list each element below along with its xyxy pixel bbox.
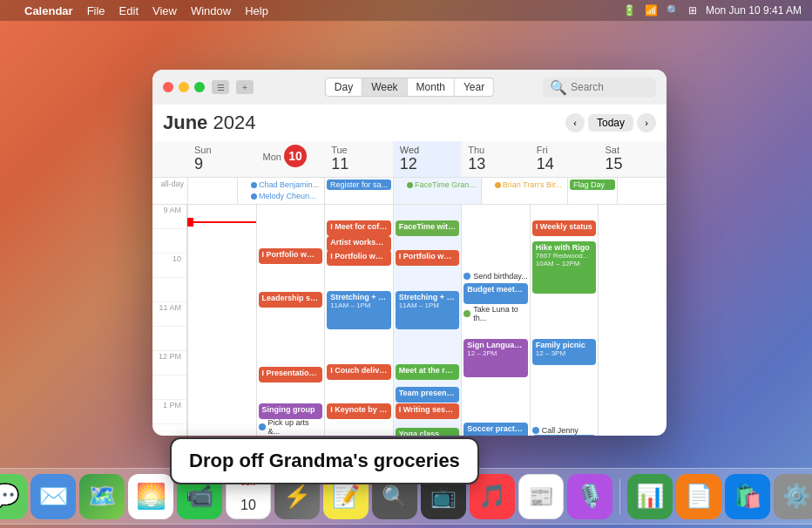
allday-event-flagday[interactable]: Flag Day bbox=[570, 179, 615, 190]
day-header-sat: Sat 15 bbox=[598, 141, 667, 177]
dock-numbers[interactable]: 📊 bbox=[627, 474, 673, 519]
event-signlanguage[interactable]: Sign Language Club 12 – 2PM bbox=[464, 339, 528, 377]
menu-view[interactable]: View bbox=[152, 4, 177, 17]
event-couch[interactable]: I Couch delivery bbox=[327, 364, 391, 380]
event-singing[interactable]: Singing group bbox=[259, 403, 323, 419]
dock-pages[interactable]: 📄 bbox=[676, 474, 721, 519]
dock-mail[interactable]: ✉️ bbox=[30, 474, 76, 519]
dock-messages[interactable]: 💬 bbox=[0, 474, 27, 519]
allday-label: all-day bbox=[152, 178, 187, 204]
grid-col-wed: FaceTime with... I Portfolio work... Str… bbox=[393, 205, 462, 436]
time-1230 bbox=[152, 376, 186, 400]
allday-event-chad[interactable]: Chad Benjamin... bbox=[240, 179, 322, 190]
grid-col-thu: Send birthday... Budget meeting Take Lun… bbox=[461, 205, 530, 436]
event-familypicnic[interactable]: Family picnic 12 – 3PM bbox=[532, 339, 597, 365]
view-week[interactable]: Week bbox=[362, 78, 407, 97]
menubar: Calendar File Edit View Window Help 🔋 📶 … bbox=[0, 0, 812, 21]
allday-event-brian[interactable]: Brian Tran's Bir... bbox=[484, 179, 565, 190]
time-column: 9 AM 10 11 AM 12 PM 1 PM 2 PM 3 PM 4 PM … bbox=[152, 205, 187, 436]
event-portfolio2[interactable]: I Portfolio work... bbox=[327, 250, 391, 266]
prev-arrow[interactable]: ‹ bbox=[565, 113, 585, 132]
event-calljenny[interactable]: Call Jenny bbox=[532, 423, 597, 436]
event-budget[interactable]: Budget meeting bbox=[464, 283, 528, 304]
allday-cell-mon: Chad Benjamin... Melody Cheun... bbox=[237, 178, 324, 204]
dock-maps[interactable]: 🗺️ bbox=[79, 474, 125, 519]
event-guitar[interactable]: Guitar lessons... bbox=[532, 435, 597, 436]
event-facetimewith[interactable]: FaceTime with... bbox=[396, 220, 460, 236]
day-name-wed: Wed bbox=[400, 145, 419, 155]
event-stretching2[interactable]: Stretching + weights 11AM – 1PM bbox=[396, 291, 460, 329]
month-title: June 2024 bbox=[163, 112, 255, 134]
search-menubar-icon[interactable]: 🔍 bbox=[667, 4, 680, 17]
minimize-button[interactable] bbox=[179, 82, 189, 92]
menu-file[interactable]: File bbox=[87, 4, 105, 17]
allday-event-register[interactable]: Register for sa... bbox=[327, 179, 391, 190]
dock-appstore[interactable]: 🛍️ bbox=[725, 474, 770, 519]
event-writing[interactable]: I Writing sessio... bbox=[396, 403, 460, 419]
calendar-grid: 9:41 I Portfolio work... Leadership skil… bbox=[187, 205, 667, 436]
event-leadership[interactable]: Leadership skil... bbox=[259, 292, 323, 308]
sidebar-toggle[interactable]: ☰ bbox=[212, 80, 229, 94]
calendar-header: June 2024 ‹ Today › bbox=[152, 105, 667, 141]
day-name-thu: Thu bbox=[468, 145, 484, 155]
view-year[interactable]: Year bbox=[455, 78, 494, 97]
event-hike[interactable]: Hike with Rigo 7867 Redwood... 10AM – 12… bbox=[532, 241, 597, 294]
day-num-wed: 12 bbox=[400, 155, 458, 173]
dock-news[interactable]: 📰 bbox=[518, 474, 564, 519]
allday-cell-fri: Flag Day bbox=[567, 178, 617, 204]
day-num-mon: 10 bbox=[284, 145, 307, 167]
days-header: Sun 9 Mon 10 Tue 11 Wed 12 Thu 13 Fri 14… bbox=[152, 141, 667, 178]
window-titlebar: ☰ + Day Week Month Year 🔍 bbox=[152, 70, 667, 105]
dock-separator bbox=[619, 479, 620, 514]
event-keynote[interactable]: I Keynote by Ja... bbox=[327, 403, 391, 419]
event-presentation[interactable]: I Presentation p... bbox=[259, 367, 323, 382]
event-sendbirthday[interactable]: Send birthday... bbox=[464, 268, 528, 284]
allday-cell-sat bbox=[617, 178, 667, 204]
time-11am: 11 AM bbox=[152, 302, 186, 327]
app-name[interactable]: Calendar bbox=[24, 4, 73, 17]
maximize-button[interactable] bbox=[194, 82, 205, 92]
close-button[interactable] bbox=[163, 82, 173, 92]
search-input[interactable] bbox=[571, 81, 649, 93]
day-header-sun: Sun 9 bbox=[187, 141, 256, 177]
add-event-button[interactable]: + bbox=[236, 80, 254, 94]
event-pickuparts[interactable]: Pick up arts &... bbox=[259, 419, 323, 435]
event-stretching[interactable]: Stretching + weights 11AM – 1PM bbox=[327, 291, 391, 329]
control-center-icon[interactable]: ⊞ bbox=[688, 4, 697, 17]
dock-systemsettings[interactable]: ⚙️ bbox=[774, 474, 812, 519]
event-tooltip: Drop off Grandma's groceries bbox=[170, 437, 479, 484]
event-portfolio-sun[interactable]: I Portfolio work... bbox=[259, 248, 323, 264]
event-takeluna[interactable]: Take Luna to th... bbox=[464, 306, 528, 322]
time-1030 bbox=[152, 278, 186, 302]
dock-photos[interactable]: 🌅 bbox=[128, 474, 173, 519]
event-meetcoffee[interactable]: I Meet for coffee bbox=[327, 220, 391, 236]
day-header-tue: Tue 11 bbox=[324, 141, 393, 177]
next-arrow[interactable]: › bbox=[637, 113, 656, 132]
view-month[interactable]: Month bbox=[408, 78, 455, 97]
event-weeklystatus[interactable]: I Weekly status bbox=[532, 220, 597, 236]
time-9am: 9 AM bbox=[152, 205, 186, 229]
event-portfolio3[interactable]: I Portfolio work... bbox=[396, 250, 460, 266]
event-teampres[interactable]: Team presenta... bbox=[396, 387, 460, 403]
day-name-mon: Mon bbox=[263, 152, 281, 162]
event-yoga[interactable]: Yoga class 4 – 6:30PM bbox=[396, 428, 460, 436]
allday-event-facetime[interactable]: FaceTime Gran... bbox=[396, 179, 479, 190]
time-10: 10 bbox=[152, 254, 186, 278]
dock-podcasts[interactable]: 🎙️ bbox=[567, 474, 612, 519]
time-130 bbox=[152, 424, 186, 436]
battery-icon: 🔋 bbox=[623, 4, 636, 17]
calendar-nav: ‹ Today › bbox=[565, 113, 656, 132]
day-name-fri: Fri bbox=[537, 145, 548, 155]
day-header-thu: Thu 13 bbox=[461, 141, 530, 177]
today-button[interactable]: Today bbox=[588, 114, 633, 132]
event-soccer[interactable]: Soccer practice bbox=[464, 423, 528, 436]
search-box: 🔍 bbox=[543, 78, 656, 98]
traffic-lights bbox=[163, 82, 205, 92]
event-meetres[interactable]: Meet at the res... bbox=[396, 364, 460, 380]
menu-window[interactable]: Window bbox=[191, 4, 231, 17]
view-day[interactable]: Day bbox=[325, 78, 362, 97]
allday-cell-thu: Brian Tran's Bir... bbox=[481, 178, 567, 204]
menu-help[interactable]: Help bbox=[245, 4, 268, 17]
allday-event-melody[interactable]: Melody Cheun... bbox=[240, 191, 322, 201]
menu-edit[interactable]: Edit bbox=[119, 4, 139, 17]
